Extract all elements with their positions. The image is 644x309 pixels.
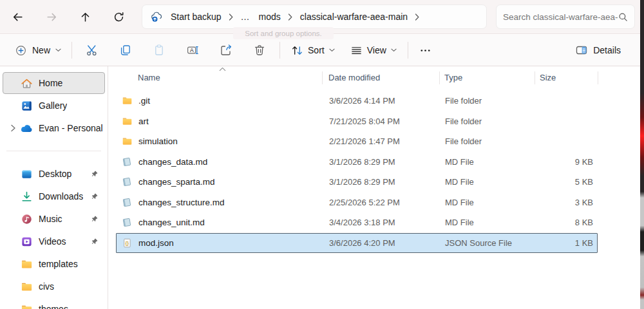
sidebar-item-onedrive-personal[interactable]: Evan - Personal (3, 117, 105, 139)
chevron-down-icon (391, 48, 397, 52)
sidebar-item-label: Videos (39, 236, 66, 247)
folder-icon (20, 281, 33, 293)
rename-button[interactable]: A (176, 39, 209, 62)
sidebar-item-partial[interactable]: themes (3, 298, 105, 309)
file-type: MD File (445, 218, 535, 227)
rename-icon: A (186, 44, 199, 57)
details-button[interactable]: Details (569, 39, 627, 62)
file-type: JSON Source File (445, 238, 535, 248)
sort-button[interactable]: Sort (283, 39, 343, 62)
file-row-simulation[interactable]: simulation 2/21/2026 1:47 PM File folder (116, 131, 598, 152)
music-icon (20, 213, 33, 225)
sidebar-item-gallery[interactable]: Gallery (3, 95, 105, 117)
json-file-icon: {} (117, 238, 138, 248)
toolbar-separator (408, 42, 408, 59)
new-plus-icon (15, 44, 27, 57)
file-type: MD File (445, 177, 535, 187)
sort-button-label: Sort (308, 45, 325, 55)
file-row-changes-data[interactable]: changes_data.md 3/1/2026 8:29 PM MD File… (116, 152, 598, 173)
pin-icon (90, 170, 99, 178)
sidebar-item-music[interactable]: Music (3, 208, 105, 230)
sidebar-item-label: civs (39, 281, 54, 292)
column-divider[interactable] (439, 71, 440, 84)
svg-text:{}: {} (126, 241, 129, 246)
view-button[interactable]: View (343, 39, 404, 62)
copy-button[interactable] (109, 39, 142, 62)
file-name: simulation (138, 136, 329, 146)
file-name: changes_structure.md (138, 198, 329, 207)
sidebar-item-civs[interactable]: civs (3, 276, 105, 297)
forward-button[interactable] (41, 6, 62, 28)
file-date: 7/21/2025 8:04 PM (329, 117, 445, 126)
column-divider[interactable] (322, 71, 323, 84)
column-header-date-modified[interactable]: Date modified (328, 73, 444, 82)
search-box[interactable]: Search classical-warfare-aea-main (496, 5, 635, 29)
column-headers: Name Date modified Type Size (116, 69, 598, 86)
sidebar-item-desktop[interactable]: Desktop (3, 163, 105, 185)
column-header-size[interactable]: Size (535, 73, 598, 82)
delete-icon (253, 44, 266, 57)
share-button[interactable] (209, 39, 243, 62)
chevron-right-icon (285, 14, 296, 21)
search-icon (618, 12, 628, 22)
sidebar-item-home[interactable]: Home (3, 72, 105, 94)
column-header-type[interactable]: Type (444, 73, 535, 82)
md-file-icon (117, 176, 138, 187)
file-date: 3/1/2026 8:29 PM (329, 157, 445, 167)
chevron-right-icon (226, 14, 236, 21)
share-icon (220, 44, 232, 57)
file-row-changes-sparta[interactable]: changes_sparta.md 3/1/2026 8:29 PM MD Fi… (116, 172, 598, 192)
back-button[interactable] (6, 6, 28, 28)
file-date: 2/21/2026 1:47 PM (329, 136, 445, 146)
more-options-button[interactable] (412, 39, 440, 62)
sidebar-item-videos[interactable]: Videos (3, 230, 105, 252)
column-divider[interactable] (535, 71, 535, 84)
forward-icon (46, 12, 57, 23)
expand-chevron-icon[interactable] (6, 124, 20, 132)
address-bar[interactable]: Start backup … mods classical-warfare-ae… (142, 5, 487, 29)
details-pane-icon (575, 44, 588, 57)
breadcrumb-overflow[interactable]: … (236, 7, 254, 26)
column-header-name[interactable]: Name (138, 73, 328, 82)
file-name: .git (138, 96, 329, 106)
copy-icon (119, 44, 132, 57)
view-icon (350, 44, 363, 57)
folder-icon (117, 116, 138, 127)
file-name: changes_data.md (138, 157, 329, 167)
delete-button[interactable] (243, 39, 276, 62)
onedrive-backup-icon (150, 12, 164, 23)
toolbar-separator (279, 42, 280, 59)
file-type: MD File (445, 157, 535, 167)
file-row-git[interactable]: .git 3/6/2026 4:14 PM File folder (116, 91, 598, 111)
sidebar-item-label: Downloads (39, 191, 83, 201)
refresh-button[interactable] (108, 6, 129, 28)
up-button[interactable] (74, 6, 96, 28)
sidebar-item-templates[interactable]: templates (3, 253, 105, 275)
breadcrumb-current-folder[interactable]: classical-warfare-aea-main (296, 7, 412, 26)
file-name: art (138, 117, 329, 126)
tooltip-sort-group-options: Sort and group options. (233, 27, 334, 39)
onedrive-cloud-icon (20, 124, 33, 133)
toolbar-separator (71, 42, 72, 59)
more-icon (419, 44, 431, 57)
breadcrumb-mods[interactable]: mods (254, 7, 285, 26)
new-button[interactable]: New (8, 39, 68, 62)
file-type: MD File (445, 198, 535, 207)
command-toolbar: New A Sort View Details (0, 35, 644, 66)
file-type: File folder (445, 96, 535, 106)
breadcrumb-start-backup[interactable]: Start backup (166, 7, 226, 26)
column-divider[interactable] (598, 71, 598, 84)
file-size: 9 KB (535, 157, 598, 167)
cut-button[interactable] (75, 39, 109, 62)
paste-button[interactable] (142, 39, 176, 62)
file-row-art[interactable]: art 7/21/2025 8:04 PM File folder (116, 111, 598, 132)
file-row-changes-unit[interactable]: changes_unit.md 3/4/2026 3:18 PM MD File… (116, 212, 598, 233)
chevron-right-icon (412, 14, 422, 21)
file-row-changes-structure[interactable]: changes_structure.md 2/25/2026 5:22 PM M… (116, 192, 598, 213)
folder-icon (117, 136, 138, 147)
file-size: 3 KB (535, 198, 598, 207)
chevron-down-icon (329, 48, 335, 52)
sidebar-item-label: Evan - Personal (39, 123, 103, 133)
sidebar-item-downloads[interactable]: Downloads (3, 185, 105, 207)
file-row-mod-json[interactable]: {} mod.json 3/6/2026 4:20 PM JSON Source… (116, 233, 598, 254)
